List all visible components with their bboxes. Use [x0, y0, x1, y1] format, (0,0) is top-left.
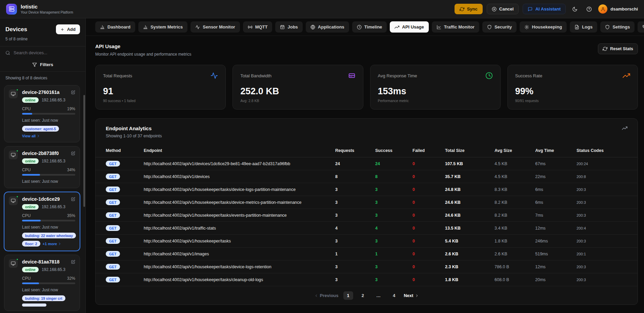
help-button[interactable]	[584, 4, 594, 14]
device-card-device-81aa7818[interactable]: device-81aa7818 online 192.168.65.3 CPU …	[4, 255, 80, 311]
view-all-link[interactable]: +1 more	[43, 242, 62, 246]
device-card-device-1dc6ce29[interactable]: device-1dc6ce29 online 192.168.65.3 CPU …	[4, 192, 80, 251]
pagination-next[interactable]: Next	[404, 293, 419, 298]
tab-logs[interactable]: Logs	[570, 21, 597, 33]
trail-link-label: View all	[22, 134, 36, 138]
cpu-progress-fill	[22, 174, 40, 176]
avg-size-value: 8.2 KB	[495, 213, 535, 218]
reset-stats-label: Reset Stats	[610, 46, 633, 51]
tab-traffic-monitor[interactable]: Traffic Monitor	[432, 21, 479, 33]
tab-label: Applications	[318, 24, 344, 30]
pagination-page-4[interactable]: 4	[389, 291, 399, 300]
edit-device-button[interactable]	[71, 90, 75, 94]
stat-label: Success Rate	[515, 73, 542, 78]
total-size-value: 1.8 KB	[445, 277, 495, 282]
device-tag: building: 19 singer crt	[22, 295, 65, 301]
method-badge: GET	[106, 225, 120, 231]
avg-time-value: 20ms	[535, 277, 577, 282]
dark-mode-toggle[interactable]	[570, 4, 580, 14]
sidebar-scrollbar-thumb[interactable]	[83, 95, 85, 207]
total-size-value: 5.4 KB	[445, 239, 495, 243]
cpu-progress-track	[22, 220, 75, 221]
failed-value: 0	[412, 213, 445, 218]
status-codes-value: 200:3	[577, 265, 627, 269]
col-success: Success	[375, 148, 412, 153]
view-all-link[interactable]: View all	[22, 134, 40, 138]
tab-housekeeping[interactable]: Housekeeping	[520, 21, 567, 33]
device-card-device-2760161a[interactable]: device-2760161a online 192.168.65.3 CPU …	[4, 85, 80, 142]
x-circle-icon	[492, 7, 497, 12]
tab-api-usage[interactable]: API Usage	[390, 21, 428, 33]
requests-value: 24	[335, 161, 375, 166]
search-input[interactable]	[14, 50, 80, 55]
filters-button[interactable]: Filters	[0, 59, 85, 71]
total-size-value: 107.5 KB	[445, 161, 495, 166]
failed-value: 0	[412, 187, 445, 192]
help-circle-icon	[586, 6, 592, 12]
endpoint-url: http://localhost:4002/api/v1/traffic-sta…	[144, 226, 335, 231]
tab-icon	[248, 25, 253, 30]
tab-label: MQTT	[255, 24, 268, 30]
device-card-device-2b8738f0[interactable]: device-2b8738f0 online 192.168.65.3 CPU …	[4, 146, 80, 188]
tab-bar: Dashboard System Metrics Sensor Monitor …	[86, 18, 644, 36]
tab-icon	[143, 25, 148, 30]
monitor-icon	[11, 92, 16, 96]
user-menu[interactable]: dsamborschi	[598, 4, 638, 14]
add-device-button[interactable]: Add	[56, 24, 80, 34]
tab-jobs[interactable]: Jobs	[275, 21, 302, 33]
chevron-left-icon	[314, 294, 318, 298]
edit-device-button[interactable]	[71, 260, 75, 264]
method-badge: GET	[106, 174, 120, 179]
cpu-progress-fill	[22, 220, 41, 221]
tab-system-metrics[interactable]: System Metrics	[138, 21, 187, 33]
tab-sensor-monitor[interactable]: Sensor Monitor	[190, 21, 240, 33]
status-codes-value: 200:3	[577, 188, 627, 192]
sync-button[interactable]: Sync	[455, 4, 483, 14]
tab-timeline[interactable]: Timeline	[352, 21, 387, 33]
last-seen-text: Last seen: Just now	[22, 225, 75, 230]
user-icon	[601, 7, 605, 12]
page-title: API Usage	[95, 43, 192, 49]
failed-value: 0	[412, 252, 445, 256]
ai-assistant-button[interactable]: AI Assistant	[523, 4, 566, 14]
tab-dashboard[interactable]: Dashboard	[95, 21, 135, 33]
chevron-right-icon	[415, 294, 419, 298]
status-badge: online	[22, 158, 39, 164]
edit-icon	[71, 197, 75, 201]
device-tag: floor: 2	[22, 241, 40, 247]
edit-device-button[interactable]	[71, 151, 75, 155]
status-codes-value: 200:3	[577, 239, 627, 243]
success-value: 3	[375, 265, 412, 269]
stat-value: 153ms	[378, 86, 493, 97]
pagination-page-1[interactable]: 1	[343, 291, 353, 300]
pagination-page-[interactable]: …	[373, 291, 384, 300]
tab-applications[interactable]: Applications	[306, 21, 349, 33]
tab-tags[interactable]: Tags	[638, 21, 644, 33]
success-value: 4	[375, 226, 412, 231]
edit-device-button[interactable]	[71, 197, 75, 201]
edit-icon	[71, 90, 75, 94]
endpoint-url: http://localhost:4002/api/v1/housekeeper…	[144, 213, 335, 218]
tab-mqtt[interactable]: MQTT	[243, 21, 273, 33]
reset-stats-button[interactable]: Reset Stats	[598, 43, 638, 54]
stat-label: Total Bandwidth	[240, 73, 271, 78]
status-codes-value: 200:1	[577, 252, 627, 256]
avg-time-value: 67ms	[535, 161, 577, 166]
tab-settings[interactable]: Settings	[600, 21, 635, 33]
tab-security[interactable]: Security	[482, 21, 517, 33]
avg-size-value: 3.4 KB	[495, 226, 535, 231]
failed-value: 0	[412, 174, 445, 179]
requests-value: 3	[335, 200, 375, 205]
pagination-page-2[interactable]: 2	[358, 291, 368, 300]
table-row: GET http://localhost:4002/api/v1/devices…	[96, 157, 638, 170]
failed-value: 0	[412, 265, 445, 269]
cancel-button[interactable]: Cancel	[487, 4, 519, 14]
pagination-previous[interactable]: Previous	[314, 293, 339, 298]
cpu-label: CPU	[22, 276, 31, 281]
cpu-label: CPU	[22, 168, 31, 172]
tab-icon	[524, 25, 529, 30]
edit-icon	[71, 260, 75, 264]
method-badge: GET	[106, 277, 120, 282]
table-row: GET http://localhost:4002/api/v1/houseke…	[96, 183, 638, 196]
col-requests: Requests	[335, 148, 375, 153]
